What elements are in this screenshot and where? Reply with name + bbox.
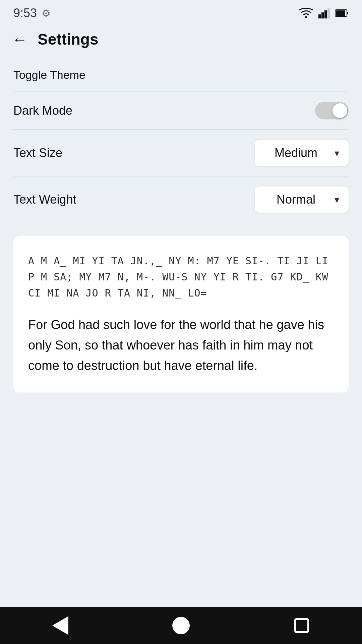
svg-rect-4 — [327, 8, 330, 18]
text-size-row: Text Size Medium ▾ — [13, 130, 349, 176]
text-size-dropdown[interactable]: Medium ▾ — [255, 140, 349, 166]
svg-point-0 — [305, 16, 307, 18]
settings-status-icon: ⚙ — [42, 7, 51, 19]
chevron-down-icon: ▾ — [335, 148, 339, 159]
toggle-theme-section: Toggle Theme — [13, 65, 349, 92]
text-weight-dropdown[interactable]: Normal ▾ — [255, 186, 349, 213]
app-bar: ← Settings — [0, 23, 362, 55]
text-size-value: Medium — [264, 146, 328, 160]
text-weight-value: Normal — [264, 193, 328, 207]
back-button[interactable]: ← — [12, 32, 27, 47]
toggle-theme-label: Toggle Theme — [13, 68, 85, 81]
status-time: 9:53 — [13, 6, 37, 20]
page-title: Settings — [38, 30, 98, 48]
dark-mode-label: Dark Mode — [13, 104, 72, 118]
nav-bar — [0, 607, 362, 644]
status-bar-left: 9:53 ⚙ — [13, 6, 51, 20]
nav-home-button[interactable] — [168, 612, 194, 639]
svg-rect-3 — [324, 10, 327, 18]
svg-rect-1 — [318, 14, 321, 18]
preview-encoded-text: A M A_ MI YI TA JN.,_ NY M: M7 YE SI-. T… — [28, 253, 334, 301]
status-bar-right — [299, 8, 349, 18]
svg-rect-6 — [347, 12, 348, 14]
chevron-down-icon-2: ▾ — [335, 194, 339, 205]
battery-icon — [335, 8, 349, 18]
toggle-knob — [333, 103, 347, 118]
nav-home-icon — [172, 617, 190, 634]
nav-back-button[interactable] — [47, 612, 74, 639]
preview-card: A M A_ MI YI TA JN.,_ NY M: M7 YE SI-. T… — [13, 236, 349, 392]
nav-back-icon — [52, 616, 68, 635]
nav-recent-icon — [294, 618, 309, 633]
dark-mode-toggle[interactable] — [315, 102, 349, 119]
text-weight-label: Text Weight — [13, 193, 76, 207]
wifi-icon — [299, 8, 313, 18]
preview-plain-text: For God had such love for the world that… — [28, 315, 334, 376]
nav-recent-button[interactable] — [288, 612, 315, 639]
settings-content: Toggle Theme Dark Mode Text Size Medium … — [0, 55, 362, 402]
svg-rect-7 — [336, 10, 345, 16]
signal-icon — [318, 8, 330, 18]
dark-mode-row: Dark Mode — [13, 92, 349, 129]
svg-rect-2 — [321, 12, 324, 18]
text-size-label: Text Size — [13, 146, 62, 160]
text-weight-row: Text Weight Normal ▾ — [13, 176, 349, 223]
status-bar: 9:53 ⚙ — [0, 0, 362, 23]
